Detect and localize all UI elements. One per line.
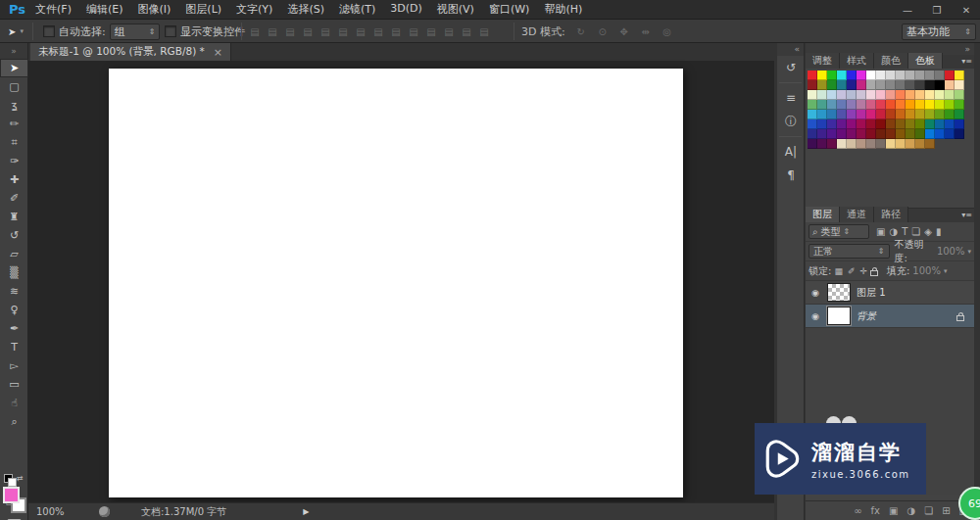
lock-all-icon[interactable] — [870, 270, 878, 276]
add-layer-mask-icon[interactable]: ▣ — [889, 505, 898, 516]
color-swatch[interactable] — [945, 100, 955, 110]
close-button[interactable]: ✕ — [958, 5, 974, 16]
chevron-down-icon[interactable]: ▾ — [944, 267, 948, 275]
color-swatch[interactable] — [955, 90, 964, 100]
color-swatch[interactable] — [817, 71, 827, 80]
new-group-icon[interactable]: ❏ — [924, 505, 933, 516]
color-swatch[interactable] — [876, 129, 886, 139]
menu-item-窗[interactable]: 窗口(W) — [489, 2, 529, 17]
layer-thumbnail[interactable] — [827, 307, 851, 325]
color-swatch[interactable] — [886, 90, 896, 100]
filter-adjustment-layers-icon[interactable]: ◑ — [889, 226, 898, 237]
color-swatch[interactable] — [906, 139, 915, 149]
color-swatch[interactable] — [876, 110, 886, 119]
color-swatch[interactable] — [925, 71, 935, 80]
dodge-tool[interactable]: ♀ — [0, 301, 28, 319]
panel-menu-icon[interactable]: ▾≡ — [961, 211, 972, 219]
menu-item-帮[interactable]: 帮助(H) — [544, 2, 582, 17]
3d-drag-icon[interactable]: ✥ — [616, 26, 632, 37]
color-swatch[interactable] — [837, 100, 847, 110]
color-swatch[interactable] — [886, 100, 896, 110]
color-swatch[interactable] — [866, 100, 876, 110]
color-swatch[interactable] — [827, 100, 837, 110]
new-layer-icon[interactable]: ⊞ — [942, 505, 950, 516]
color-swatch[interactable] — [866, 110, 876, 119]
color-swatch[interactable] — [866, 80, 876, 90]
brush-tool[interactable]: ✐ — [0, 189, 28, 208]
history-brush-tool[interactable]: ↺ — [0, 226, 28, 245]
filter-smart-objects-icon[interactable]: ◈ — [924, 226, 932, 237]
color-swatch[interactable] — [857, 110, 866, 119]
layer-style-icon[interactable]: fx — [871, 505, 880, 516]
color-swatch[interactable] — [915, 80, 925, 90]
show-transform-checkbox[interactable] — [165, 25, 176, 37]
color-swatch[interactable] — [808, 90, 817, 100]
3d-rotate-icon[interactable]: ↻ — [573, 26, 589, 37]
color-swatch[interactable] — [935, 90, 945, 100]
color-swatch[interactable] — [935, 129, 945, 139]
color-swatch[interactable] — [837, 139, 847, 149]
color-swatch[interactable] — [827, 90, 837, 100]
auto-select-dropdown[interactable]: 组 ⇕ — [110, 24, 161, 40]
tab-路径[interactable]: 路径 — [874, 207, 908, 222]
lock-position-icon[interactable]: ✛ — [859, 266, 867, 276]
layer-row[interactable]: ◉图层 1 — [806, 281, 974, 305]
menu-item-图[interactable]: 图层(L) — [185, 2, 221, 17]
menu-item-编[interactable]: 编辑(E) — [86, 2, 123, 17]
color-swatch[interactable] — [896, 110, 906, 119]
color-swatch[interactable] — [935, 71, 945, 80]
filter-type-layers-icon[interactable]: T — [902, 226, 907, 237]
color-swatch[interactable] — [896, 80, 906, 90]
eraser-tool[interactable]: ▱ — [0, 245, 28, 263]
color-swatch[interactable] — [935, 80, 945, 90]
panel-menu-icon[interactable]: ▾≡ — [961, 57, 972, 66]
color-swatch[interactable] — [915, 90, 925, 100]
tab-调整[interactable]: 调整 — [806, 53, 840, 69]
filter-shape-layers-icon[interactable]: ❏ — [911, 226, 920, 237]
color-swatch[interactable] — [827, 80, 837, 90]
clone-stamp-tool[interactable]: ♜ — [0, 208, 28, 226]
color-swatch[interactable] — [925, 100, 935, 110]
color-swatch[interactable] — [915, 100, 925, 110]
menu-item-选[interactable]: 选择(S) — [287, 2, 324, 17]
hand-tool[interactable]: ☝ — [0, 394, 28, 412]
color-swatch[interactable] — [896, 90, 906, 100]
color-swatch[interactable] — [827, 119, 837, 129]
color-swatch[interactable] — [886, 80, 896, 90]
color-swatch[interactable] — [808, 119, 817, 129]
quick-selection-tool[interactable]: ✏ — [0, 115, 28, 133]
color-swatch[interactable] — [847, 129, 857, 139]
color-swatch[interactable] — [847, 90, 857, 100]
tab-色板[interactable]: 色板 — [908, 53, 943, 69]
tab-样式[interactable]: 样式 — [840, 53, 874, 69]
color-swatch[interactable] — [925, 119, 935, 129]
color-swatch[interactable] — [857, 90, 866, 100]
color-swatch[interactable] — [847, 119, 857, 129]
fill-value[interactable]: 100% — [912, 265, 941, 276]
restore-button[interactable]: ❐ — [929, 5, 945, 16]
color-swatch[interactable] — [808, 129, 817, 139]
color-swatch[interactable] — [827, 71, 837, 80]
color-swatch[interactable] — [847, 100, 857, 110]
color-swatch[interactable] — [837, 119, 847, 129]
tab-close-icon[interactable]: × — [214, 46, 222, 59]
color-swatch[interactable] — [817, 119, 827, 129]
minimize-button[interactable]: — — [900, 5, 915, 16]
tool-preset-caret-icon[interactable]: ▾ — [20, 27, 24, 35]
color-swatch[interactable] — [915, 139, 925, 149]
color-swatch[interactable] — [866, 90, 876, 100]
paragraph-panel-icon[interactable]: ¶ — [777, 164, 805, 187]
color-swatch[interactable] — [847, 80, 857, 90]
gradient-tool[interactable]: ▒ — [0, 263, 28, 282]
foreground-color-swatch[interactable] — [3, 487, 20, 503]
color-swatch[interactable] — [935, 110, 945, 119]
color-swatch[interactable] — [906, 119, 915, 129]
color-swatch[interactable] — [915, 110, 925, 119]
3d-roll-icon[interactable]: ⊙ — [595, 26, 611, 37]
status-options-arrow-icon[interactable]: ▶ — [303, 507, 309, 516]
color-swatch[interactable] — [857, 119, 866, 129]
new-adjustment-layer-icon[interactable]: ◑ — [906, 505, 915, 516]
blend-mode-dropdown[interactable]: 正常 ⇕ — [808, 244, 890, 259]
color-swatch[interactable] — [876, 100, 886, 110]
menu-item-文[interactable]: 文字(Y) — [236, 2, 272, 17]
